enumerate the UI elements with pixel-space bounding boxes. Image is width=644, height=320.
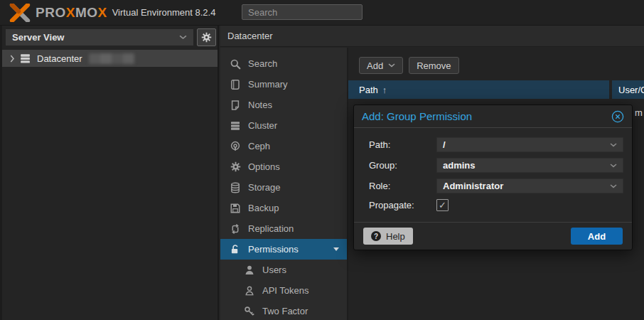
remove-button-label: Remove [417, 60, 451, 71]
cluster-icon [230, 120, 241, 132]
menu-item-label: Backup [248, 203, 279, 213]
add-button-label: Add [367, 60, 383, 71]
menu-item-api-tokens[interactable]: API Tokens [220, 280, 347, 301]
server-stack-icon [19, 53, 31, 65]
menu-item-label: Storage [248, 182, 281, 193]
field-label: Path: [369, 139, 436, 150]
clipped-row-text: m [635, 107, 643, 118]
question-icon: ? [371, 231, 381, 241]
close-icon[interactable] [611, 110, 624, 123]
resource-tree-panel: Server View Datacenter [0, 26, 219, 320]
panel-title: Datacenter [227, 31, 273, 41]
backup-icon [230, 203, 241, 214]
unlock-icon [230, 244, 241, 255]
menu-item-two-factor[interactable]: Two Factor [220, 301, 347, 320]
proxmox-wordmark: PROXMOX [36, 5, 107, 21]
summary-icon [230, 79, 241, 90]
group-combo[interactable]: admins [436, 158, 623, 173]
column-header-path[interactable]: Path↑ [348, 80, 609, 99]
proxmox-app: PROXMOX Virtual Environment 8.2.4 Server… [0, 0, 644, 320]
dialog-header[interactable]: Add: Group Permission [354, 105, 632, 128]
tree-node-label: Datacenter [37, 53, 82, 64]
help-button-label: Help [386, 231, 405, 242]
dialog-add-button[interactable]: Add [571, 228, 623, 245]
menu-item-label: API Tokens [262, 285, 309, 296]
menu-item-label: Options [248, 161, 280, 172]
field-label: Role: [369, 181, 436, 191]
gear-icon [201, 32, 212, 43]
dialog-title: Add: Group Permission [362, 110, 472, 122]
menu-item-notes[interactable]: Notes [220, 95, 347, 115]
topbar: PROXMOX Virtual Environment 8.2.4 [0, 0, 644, 26]
tree-header: Server View [6, 28, 216, 46]
gear-icon [230, 161, 241, 173]
dialog-field-row: Propagate:✓ [369, 199, 623, 211]
menu-item-label: Users [262, 265, 286, 275]
dialog-body: Path:/Group:adminsRole:AdministratorProp… [354, 128, 632, 211]
field-label: Group: [369, 160, 436, 171]
search-icon [230, 58, 241, 70]
menu-item-options[interactable]: Options [220, 156, 347, 177]
version-subtitle: Virtual Environment 8.2.4 [112, 7, 216, 18]
menu-item-replication[interactable]: Replication [220, 218, 347, 239]
menu-item-label: Permissions [248, 244, 299, 255]
combo-value: / [443, 139, 446, 150]
chevron-down-icon [388, 63, 395, 68]
menu-item-label: Cluster [248, 120, 277, 131]
key-icon [244, 306, 255, 317]
sort-ascending-icon: ↑ [382, 85, 387, 95]
role-combo[interactable]: Administrator [436, 178, 623, 193]
table-header: Path↑User/G [348, 80, 644, 99]
combo-value: Administrator [443, 181, 503, 191]
menu-item-users[interactable]: Users [220, 260, 347, 280]
menu-item-label: Search [248, 58, 277, 69]
checkmark-icon: ✓ [439, 201, 446, 210]
path-combo[interactable]: / [436, 137, 623, 152]
caret-down-icon [333, 247, 339, 251]
menu-item-label: Notes [248, 100, 272, 110]
remove-button[interactable]: Remove [409, 57, 458, 74]
menu-item-search[interactable]: Search [220, 53, 347, 74]
menu-item-label: Two Factor [262, 306, 308, 316]
column-label: Path [359, 85, 378, 95]
chevron-down-icon [610, 184, 617, 188]
datacenter-nav-menu: SearchSummaryNotesClusterCephOptionsStor… [220, 48, 348, 320]
dialog-field-row: Group:admins [369, 158, 623, 173]
dialog-footer: ? Help Add [354, 222, 632, 250]
dialog-field-row: Path:/ [369, 137, 623, 152]
ceph-icon [230, 141, 241, 152]
menu-item-summary[interactable]: Summary [220, 74, 347, 95]
global-search-input[interactable] [242, 4, 363, 20]
storage-icon [230, 182, 241, 193]
menu-item-cluster[interactable]: Cluster [220, 115, 347, 136]
tree-node-datacenter[interactable]: Datacenter [2, 50, 218, 67]
tree-settings-button[interactable] [197, 28, 216, 46]
chevron-down-icon [179, 35, 187, 40]
view-selector-label: Server View [12, 32, 64, 43]
chevron-down-icon [610, 164, 617, 168]
redacted-node-name [89, 53, 134, 64]
column-label: User/G [618, 85, 644, 95]
menu-item-storage[interactable]: Storage [220, 177, 347, 198]
column-header-user-g[interactable]: User/G [612, 80, 644, 99]
user-icon [244, 265, 255, 276]
menu-item-ceph[interactable]: Ceph [220, 136, 347, 156]
dialog-field-row: Role:Administrator [369, 178, 623, 193]
notes-icon [230, 100, 241, 111]
menu-item-label: Ceph [248, 141, 270, 151]
field-label: Propagate: [369, 200, 436, 210]
add-group-permission-dialog: Add: Group Permission Path:/Group:admins… [353, 105, 633, 250]
view-selector-dropdown[interactable]: Server View [6, 29, 193, 46]
add-button[interactable]: Add [359, 57, 403, 74]
replication-icon [230, 223, 241, 235]
menu-item-permissions[interactable]: Permissions [220, 239, 347, 260]
menu-item-backup[interactable]: Backup [220, 198, 347, 218]
permissions-toolbar: Add Remove [348, 48, 644, 74]
help-button[interactable]: ? Help [363, 228, 413, 245]
proxmox-logo-icon [9, 4, 31, 22]
user-outline-icon [244, 285, 255, 297]
menu-item-label: Replication [248, 223, 294, 234]
chevron-right-icon[interactable] [10, 55, 15, 63]
chevron-down-icon [610, 143, 617, 147]
propagate-checkbox[interactable]: ✓ [436, 199, 449, 211]
